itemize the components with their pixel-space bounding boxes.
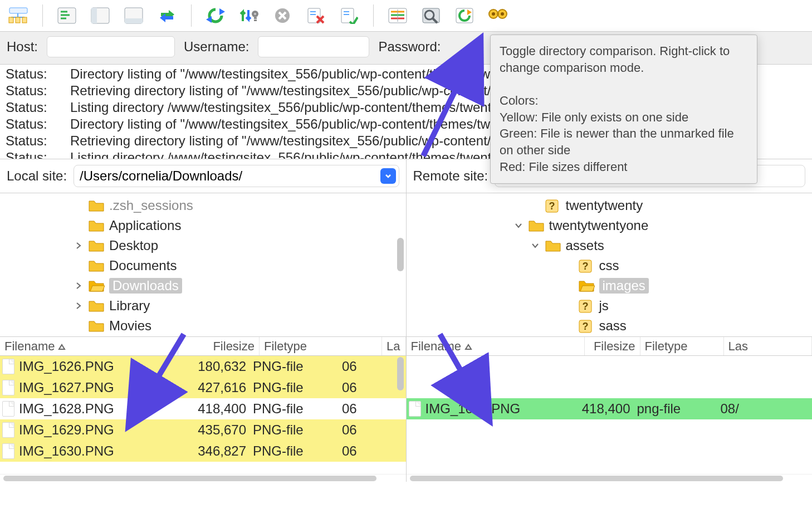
- cell-filesize: 418,400: [581, 401, 637, 417]
- unknown-icon: ?: [578, 299, 595, 312]
- folder-icon: [545, 239, 561, 252]
- remote-filelist: Filename Filesize Filetype Las IMG_1628.…: [407, 337, 813, 482]
- tree-item-label: twentytwentyone: [549, 218, 649, 233]
- table-row[interactable]: IMG_1630.PNG 346,827 PNG-file 06: [0, 441, 406, 462]
- h-scrollbar[interactable]: [0, 474, 406, 482]
- transfers-icon[interactable]: [154, 4, 180, 27]
- svg-point-45: [501, 12, 504, 16]
- table-row[interactable]: IMG_1628.PNG 418,400 png-file 08/: [407, 398, 813, 419]
- cell-filename: IMG_1627.PNG: [19, 380, 175, 395]
- tree-item[interactable]: ?twentytwenty: [409, 195, 810, 216]
- folder-open-icon: [578, 279, 595, 292]
- tree-item-label: css: [599, 258, 619, 273]
- tree-view-icon[interactable]: [87, 4, 113, 27]
- tree-item-label: js: [599, 298, 609, 314]
- local-site-label: Local site:: [7, 168, 67, 184]
- local-filelist: Filename Filesize Filetype La IMG_1626.P…: [0, 337, 407, 482]
- col-filesize[interactable]: Filesize: [585, 337, 640, 355]
- tree-item-label: Movies: [109, 318, 151, 334]
- cell-filesize: 435,670: [175, 422, 253, 438]
- cancel-icon[interactable]: [270, 4, 295, 27]
- folder-open-icon: [88, 279, 105, 292]
- disclose-icon[interactable]: [74, 241, 84, 251]
- tree-item[interactable]: ?css: [409, 256, 810, 276]
- main-toolbar: [0, 0, 812, 31]
- tree-item[interactable]: Downloads: [2, 276, 404, 296]
- cell-lastmod: 06: [342, 359, 387, 374]
- tree-item[interactable]: assets: [409, 236, 810, 256]
- file-icon: [409, 401, 421, 417]
- unknown-icon: ?: [578, 259, 595, 272]
- col-filetype[interactable]: Filetype: [260, 337, 382, 355]
- directory-compare-icon[interactable]: [418, 4, 444, 27]
- local-tree[interactable]: .zsh_sessionsApplicationsDesktopDocument…: [0, 193, 407, 336]
- table-row[interactable]: IMG_1626.PNG 180,632 PNG-file 06: [0, 356, 406, 377]
- folder-icon: [528, 219, 545, 232]
- tree-item-label: Documents: [109, 258, 177, 273]
- reconnect-icon[interactable]: [336, 4, 362, 27]
- folder-icon: [88, 239, 105, 252]
- tree-item[interactable]: Desktop: [2, 236, 404, 256]
- log-view-icon[interactable]: [54, 4, 80, 27]
- svg-rect-19: [254, 19, 257, 21]
- table-row[interactable]: IMG_1629.PNG 435,670 PNG-file 06: [0, 419, 406, 441]
- cell-filesize: 418,400: [175, 401, 253, 417]
- cell-filename: IMG_1626.PNG: [19, 359, 175, 374]
- col-filename[interactable]: Filename: [0, 337, 178, 355]
- host-input[interactable]: [47, 36, 175, 57]
- tree-item[interactable]: Movies: [2, 316, 404, 336]
- table-row[interactable]: IMG_1628.PNG 418,400 PNG-file 06: [0, 398, 406, 419]
- h-scrollbar[interactable]: [407, 474, 813, 482]
- sync-scroll-icon[interactable]: [236, 4, 262, 27]
- tree-item-label: .zsh_sessions: [109, 198, 193, 213]
- tree-item[interactable]: ?js: [409, 296, 810, 316]
- username-input[interactable]: [258, 36, 369, 57]
- cell-filetype: PNG-file: [253, 422, 342, 438]
- disclose-icon[interactable]: [74, 301, 84, 311]
- sitemanager-icon[interactable]: [6, 4, 31, 27]
- tree-item[interactable]: Applications: [2, 216, 404, 236]
- cell-lastmod: 06: [342, 401, 387, 417]
- local-site-dropdown-icon[interactable]: [380, 168, 396, 184]
- tree-item-label: twentytwenty: [566, 198, 643, 213]
- cell-filename: IMG_1629.PNG: [19, 422, 175, 438]
- disclose-icon[interactable]: [513, 221, 524, 231]
- scrollbar-thumb[interactable]: [397, 238, 404, 271]
- folder-icon: [88, 319, 105, 333]
- folder-icon: [88, 219, 105, 232]
- folder-icon: [88, 199, 105, 212]
- local-filelist-header: Filename Filesize Filetype La: [0, 337, 406, 356]
- cell-filetype: PNG-file: [253, 359, 342, 374]
- tree-item[interactable]: .zsh_sessions: [2, 195, 404, 216]
- filter-icon[interactable]: [385, 4, 410, 27]
- find-icon[interactable]: [485, 4, 511, 27]
- tree-item[interactable]: Music: [2, 336, 404, 336]
- split-view-icon[interactable]: [121, 4, 146, 27]
- local-site-input[interactable]: [74, 165, 399, 187]
- scrollbar-thumb[interactable]: [397, 357, 404, 390]
- svg-text:?: ?: [582, 321, 588, 332]
- col-lastmod[interactable]: La: [382, 337, 406, 355]
- folder-icon: [88, 259, 105, 272]
- tree-item[interactable]: twentytwentyone: [409, 216, 810, 236]
- col-lastmod[interactable]: Las: [724, 337, 813, 355]
- file-icon: [2, 359, 14, 374]
- tree-item[interactable]: Documents: [2, 256, 404, 276]
- col-filetype[interactable]: Filetype: [640, 337, 724, 355]
- table-row: [407, 356, 813, 377]
- disconnect-icon[interactable]: [303, 4, 329, 27]
- cell-filesize: 346,827: [175, 443, 253, 459]
- disclose-icon[interactable]: [530, 241, 540, 251]
- tree-item[interactable]: Library: [2, 296, 404, 316]
- sync-browse-icon[interactable]: [452, 4, 477, 27]
- remote-tree[interactable]: ?twentytwentytwentytwentyoneassets?cssim…: [407, 193, 813, 336]
- col-filesize[interactable]: Filesize: [178, 337, 260, 355]
- table-row[interactable]: IMG_1627.PNG 427,616 PNG-file 06: [0, 377, 406, 398]
- refresh-icon[interactable]: [203, 4, 228, 27]
- col-filename[interactable]: Filename: [407, 337, 585, 355]
- tree-item-label: Downloads: [109, 278, 182, 294]
- local-site-bar: Local site:: [0, 159, 407, 193]
- tree-item[interactable]: ?sass: [409, 316, 810, 336]
- disclose-icon[interactable]: [74, 281, 84, 291]
- tree-item[interactable]: images: [409, 276, 810, 296]
